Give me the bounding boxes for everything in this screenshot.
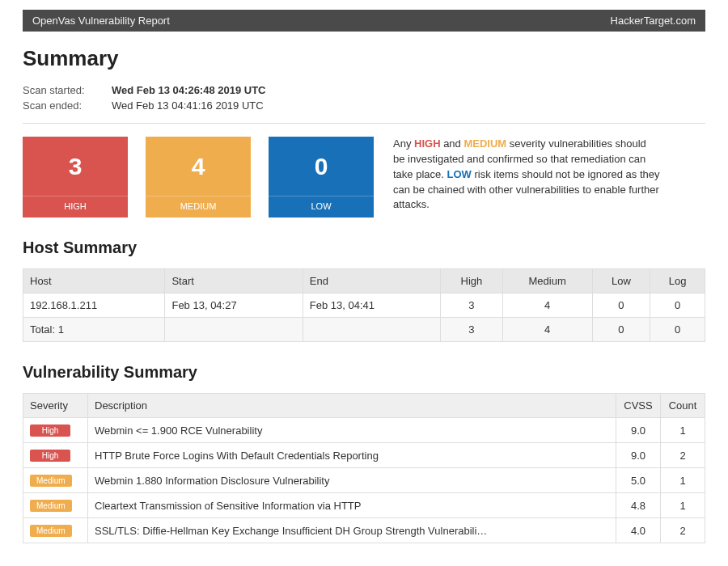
sev-text-high: HIGH — [414, 137, 441, 150]
divider — [23, 123, 705, 124]
severity-card-medium: 4 MEDIUM — [146, 137, 251, 218]
td-empty — [165, 318, 303, 342]
td-description: Webmin <= 1.900 RCE Vulnerability — [88, 418, 616, 443]
severity-badge-medium: Medium — [30, 500, 72, 512]
td-low: 0 — [592, 294, 650, 318]
th-medium: Medium — [502, 269, 592, 294]
td-description: Cleartext Transmission of Sensitive Info… — [88, 493, 616, 518]
severity-badge-high: High — [30, 450, 70, 462]
th-log: Log — [650, 269, 705, 294]
topbar-left: OpenVas Vulnerability Report — [32, 15, 170, 27]
td-count: 1 — [661, 468, 705, 493]
severity-badge-medium: Medium — [30, 475, 72, 487]
sev-text-mid1: and — [441, 137, 464, 150]
severity-medium-count: 4 — [146, 137, 251, 196]
vuln-summary-title: Vulnerability Summary — [23, 363, 705, 382]
td-count: 2 — [661, 518, 705, 543]
th-high: High — [441, 269, 503, 294]
table-row: MediumWebmin 1.880 Information Disclosur… — [23, 468, 705, 493]
table-row: 192.168.1.211 Feb 13, 04:27 Feb 13, 04:4… — [23, 294, 705, 318]
severity-card-high: 3 HIGH — [23, 137, 128, 218]
severity-high-count: 3 — [23, 137, 128, 196]
table-row: MediumCleartext Transmission of Sensitiv… — [23, 493, 705, 518]
td-severity: Medium — [23, 468, 88, 493]
scan-ended-value: Wed Feb 13 04:41:16 2019 UTC — [112, 99, 264, 112]
td-start: Feb 13, 04:27 — [165, 294, 303, 318]
td-count: 1 — [661, 418, 705, 443]
severity-explanation: Any HIGH and MEDIUM severity vulnerabili… — [393, 137, 660, 218]
table-header-row: Host Start End High Medium Low Log — [23, 269, 705, 294]
td-count: 1 — [661, 493, 705, 518]
td-high: 3 — [441, 294, 503, 318]
td-cvss: 9.0 — [616, 418, 661, 443]
th-start: Start — [165, 269, 303, 294]
topbar-right: HackerTarget.com — [611, 15, 696, 27]
topbar: OpenVas Vulnerability Report HackerTarge… — [23, 10, 705, 32]
vuln-summary-table: Severity Description CVSS Count HighWebm… — [23, 393, 705, 543]
host-summary-title: Host Summary — [23, 239, 705, 257]
td-host: 192.168.1.211 — [23, 294, 165, 318]
td-empty — [303, 318, 440, 342]
severity-row: 3 HIGH 4 MEDIUM 0 LOW Any HIGH and MEDIU… — [23, 137, 705, 218]
severity-cards: 3 HIGH 4 MEDIUM 0 LOW — [23, 137, 374, 218]
scan-ended-label: Scan ended: — [23, 99, 112, 112]
td-description: SSL/TLS: Diffie-Hellman Key Exchange Ins… — [88, 518, 616, 543]
sev-text-medium: MEDIUM — [463, 137, 506, 150]
th-count: Count — [661, 394, 705, 418]
td-cvss: 4.0 — [616, 518, 661, 543]
td-severity: High — [23, 443, 88, 468]
table-header-row: Severity Description CVSS Count — [23, 394, 705, 418]
td-total-low: 0 — [592, 318, 650, 342]
td-total-high: 3 — [441, 318, 503, 342]
severity-badge-medium: Medium — [30, 525, 72, 537]
table-total-row: Total: 1 3 4 0 0 — [23, 318, 705, 342]
host-summary-table: Host Start End High Medium Low Log 192.1… — [23, 268, 705, 342]
severity-high-label: HIGH — [23, 196, 128, 218]
td-severity: High — [23, 418, 88, 443]
page-title: Summary — [23, 46, 705, 71]
scan-times: Scan started: Wed Feb 13 04:26:48 2019 U… — [23, 84, 705, 112]
table-row: MediumSSL/TLS: Diffie-Hellman Key Exchan… — [23, 518, 705, 543]
td-description: HTTP Brute Force Logins With Default Cre… — [88, 443, 616, 468]
td-description: Webmin 1.880 Information Disclosure Vuln… — [88, 468, 616, 493]
severity-medium-label: MEDIUM — [146, 196, 251, 218]
td-severity: Medium — [23, 493, 88, 518]
sev-text-pre: Any — [393, 137, 414, 150]
th-host: Host — [23, 269, 165, 294]
scan-started-value: Wed Feb 13 04:26:48 2019 UTC — [112, 84, 266, 96]
th-low: Low — [592, 269, 650, 294]
td-severity: Medium — [23, 518, 88, 543]
severity-low-count: 0 — [269, 137, 374, 196]
th-severity: Severity — [23, 394, 88, 418]
table-row: HighWebmin <= 1.900 RCE Vulnerability9.0… — [23, 418, 705, 443]
severity-card-low: 0 LOW — [269, 137, 374, 218]
th-end: End — [303, 269, 440, 294]
td-cvss: 9.0 — [616, 443, 661, 468]
td-cvss: 4.8 — [616, 493, 661, 518]
td-end: Feb 13, 04:41 — [303, 294, 440, 318]
th-cvss: CVSS — [616, 394, 661, 418]
sev-text-low: LOW — [447, 168, 472, 180]
td-cvss: 5.0 — [616, 468, 661, 493]
td-count: 2 — [661, 443, 705, 468]
td-total-medium: 4 — [502, 318, 592, 342]
scan-started-label: Scan started: — [23, 84, 112, 96]
td-log: 0 — [650, 294, 705, 318]
severity-low-label: LOW — [269, 196, 374, 218]
td-total-log: 0 — [650, 318, 705, 342]
td-total-label: Total: 1 — [23, 318, 165, 342]
td-medium: 4 — [502, 294, 592, 318]
severity-badge-high: High — [30, 424, 70, 437]
table-row: HighHTTP Brute Force Logins With Default… — [23, 443, 705, 468]
th-description: Description — [88, 394, 616, 418]
